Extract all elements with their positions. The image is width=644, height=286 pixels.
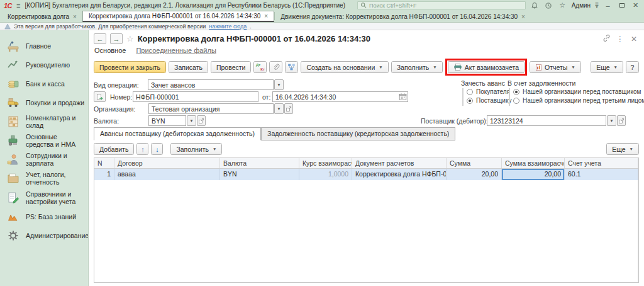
- favorite-star-icon[interactable]: ☆: [126, 34, 134, 43]
- organization-field[interactable]: Тестовая организация: [148, 103, 274, 114]
- sidebar-item-label: Номенклатура и склад: [26, 114, 86, 129]
- window-tab-correction-doc[interactable]: Корректировка долга НФБП-000001 от 16.04…: [82, 11, 274, 22]
- document-title: Корректировка долга НФБП-000001 от 16.04…: [138, 34, 370, 43]
- cell-rate[interactable]: 1,0000: [299, 169, 352, 180]
- reports-button[interactable]: Отчеты▼: [530, 61, 581, 73]
- fill-button[interactable]: Заполнить▼: [391, 61, 443, 73]
- current-user[interactable]: Админ: [572, 2, 591, 9]
- global-search[interactable]: [357, 1, 526, 9]
- printer-icon: [453, 63, 462, 71]
- tab-close-icon[interactable]: ×: [73, 13, 77, 20]
- organization-open-button[interactable]: [284, 103, 293, 114]
- sidebar-item-manager[interactable]: Руководителю: [0, 55, 88, 74]
- desk-icon: [6, 39, 20, 53]
- forward-button[interactable]: →: [110, 33, 123, 44]
- currency-dropdown-button[interactable]: ▼: [187, 115, 196, 126]
- table-row[interactable]: 1 авааа BYN 1,0000 Корректировка долга Н…: [94, 169, 638, 180]
- cell-currency[interactable]: BYN: [220, 169, 299, 180]
- supplier-open-button[interactable]: [617, 115, 626, 126]
- currency-label: Валюта:: [94, 117, 119, 125]
- operation-type-dropdown-button[interactable]: ▼: [274, 79, 284, 90]
- window-tab-correction-list[interactable]: Корректировка долга ×: [2, 11, 82, 22]
- window-close-button[interactable]: ✕: [631, 1, 640, 10]
- radio-debt-to-supplier[interactable]: Нашей организации перед поставщиком: [513, 88, 641, 95]
- date-label: от:: [262, 93, 270, 101]
- window-minimize-button[interactable]: –: [603, 1, 613, 10]
- back-button[interactable]: ←: [94, 33, 106, 44]
- currency-open-button[interactable]: [197, 115, 206, 126]
- sidebar-item-accounting-taxes[interactable]: Учет, налоги, отчетность: [0, 169, 88, 188]
- main-area: Главное Руководителю Банк и касса Покупк…: [0, 30, 644, 286]
- calendar-icon[interactable]: [398, 91, 408, 102]
- main-menu-icon[interactable]: ≡: [16, 2, 20, 9]
- date-field[interactable]: 16.04.2026 14:34:30: [272, 91, 408, 102]
- cell-offset-amount-selected[interactable]: 20,00: [502, 169, 565, 180]
- notifications-bell-icon[interactable]: [530, 1, 540, 10]
- folder-icon: [6, 171, 20, 185]
- sidebar-item-inventory-warehouse[interactable]: Номенклатура и склад: [0, 112, 88, 131]
- sidebar-item-label: Учет, налоги, отчетность: [26, 171, 86, 186]
- supplier-field[interactable]: 123123124: [487, 115, 606, 126]
- grid-fill-button[interactable]: Заполнить▼: [170, 143, 222, 155]
- chevron-down-icon: ▼: [571, 65, 575, 69]
- favorites-star-icon[interactable]: ☆: [558, 1, 567, 10]
- supplier-dropdown-button[interactable]: ▼: [607, 115, 616, 126]
- radio-debt-to-third-party[interactable]: Нашей организации перед третьим лицом: [513, 97, 644, 104]
- cell-amount[interactable]: 20,00: [447, 169, 502, 180]
- help-button[interactable]: ?: [626, 61, 639, 73]
- cell-account[interactable]: 60.1: [565, 169, 638, 180]
- close-document-icon[interactable]: ✕: [629, 35, 639, 43]
- cell-n[interactable]: 1: [94, 169, 114, 180]
- nav-item-main[interactable]: Основное: [94, 47, 126, 54]
- search-input[interactable]: [369, 3, 523, 9]
- move-row-up-button[interactable]: ↑: [136, 143, 148, 155]
- radio-advance-buyer[interactable]: Покупателя: [467, 88, 510, 95]
- document-structure-button[interactable]: [285, 61, 298, 73]
- supplier-label: Поставщик (дебитор):: [421, 117, 488, 125]
- cell-settlement-doc[interactable]: Корректировка долга НФБП-000001 от 16...: [352, 169, 447, 180]
- number-field[interactable]: НФБП-000001: [133, 91, 258, 102]
- tab-close-icon[interactable]: ×: [521, 13, 525, 20]
- window-titlebar: 1С ≡ [КОПИЯ] Бухгалтерия для Беларуси, р…: [0, 0, 644, 11]
- tab-supplier-advances[interactable]: Авансы поставщику (дебиторская задолженн…: [94, 127, 261, 140]
- banner-link[interactable]: нажмите сюда: [209, 23, 247, 30]
- move-row-down-button[interactable]: ↓: [151, 143, 163, 155]
- more-kebab-icon[interactable]: ⋮: [615, 35, 625, 43]
- sidebar-item-bank-cash[interactable]: Банк и касса: [0, 74, 88, 93]
- window-tab-doc-movements[interactable]: Движения документа: Корректировка долга …: [275, 11, 531, 22]
- create-based-on-button[interactable]: Создать на основании▼: [301, 61, 388, 73]
- sidebar-item-purchases-sales[interactable]: Покупки и продажи: [0, 93, 88, 112]
- grid-more-button[interactable]: Еще▼: [606, 143, 639, 155]
- add-row-button[interactable]: Добавить: [94, 143, 134, 155]
- sidebar-item-main[interactable]: Главное: [0, 37, 88, 55]
- tab-supplier-debt[interactable]: Задолженность поставщику (кредиторская з…: [261, 127, 455, 140]
- offset-act-button[interactable]: Акт взаимозачета: [448, 61, 525, 73]
- sidebar-item-employees-salary[interactable]: Сотрудники и зарплата: [0, 150, 88, 169]
- cell-contract[interactable]: авааа: [114, 169, 220, 180]
- sidebar-item-directories-settings[interactable]: Справочники и настройки учета: [0, 188, 88, 207]
- get-link-icon[interactable]: [601, 34, 611, 44]
- attachments-button[interactable]: [269, 61, 282, 73]
- radio-icon: [513, 98, 519, 104]
- number-settings-button[interactable]: [94, 91, 106, 102]
- history-icon[interactable]: [544, 1, 553, 10]
- more-button[interactable]: Еще▼: [591, 61, 623, 73]
- sidebar-item-knowledge-base[interactable]: PS: База знаний: [0, 207, 88, 226]
- nav-item-attached-files[interactable]: Присоединенные файлы: [136, 47, 216, 54]
- debt-group-title: В счет задолженности: [508, 79, 575, 87]
- currency-field[interactable]: BYN: [148, 115, 186, 126]
- service-menu-icon[interactable]: ≡▼: [595, 3, 599, 8]
- organization-dropdown-button[interactable]: ▼: [274, 103, 284, 114]
- tab-label: Движения документа: Корректировка долга …: [280, 13, 518, 20]
- post-and-close-button[interactable]: Провести и закрыть: [94, 61, 166, 73]
- sidebar-item-administration[interactable]: Администрирование: [0, 226, 88, 245]
- radio-advance-supplier[interactable]: Поставщику: [467, 97, 511, 104]
- post-button[interactable]: Провести: [211, 61, 251, 73]
- show-postings-button[interactable]: ДтКт: [253, 61, 267, 73]
- save-button[interactable]: Записать: [169, 61, 208, 73]
- window-restore-button[interactable]: [617, 1, 626, 10]
- sidebar-item-fixed-assets[interactable]: Основные средства и НМА: [0, 131, 88, 150]
- operation-type-field[interactable]: Зачет авансов: [148, 79, 274, 90]
- group-line: [509, 88, 510, 106]
- tab-close-icon[interactable]: ×: [264, 13, 268, 20]
